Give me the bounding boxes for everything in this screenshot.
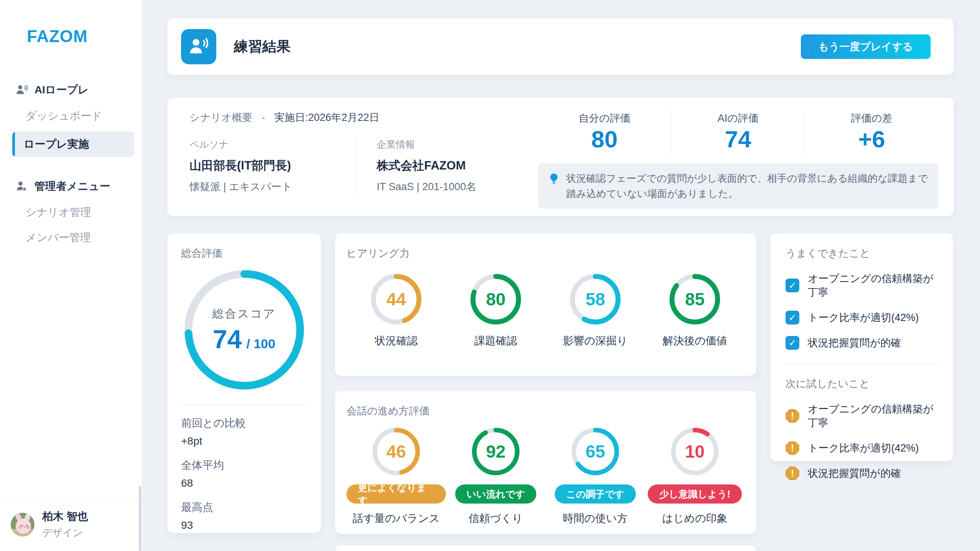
stat-label: 全体平均 (181, 458, 307, 473)
feedback-text: 状況把握質問が的確 (808, 336, 901, 350)
card-title: ヒアリング力 (346, 246, 745, 260)
overall-score-value: 74 (213, 324, 242, 354)
feedback-good-item: ✓ トーク比率が適切(42%) (786, 311, 938, 324)
sidebar-item-scenario-management[interactable]: シナリオ管理 (0, 200, 142, 225)
feedback-good-title: うまくできたこと (786, 246, 938, 260)
status-badge: 少し意識しよう! (648, 484, 742, 504)
feedback-text: オープニングの信頼構築が丁寧 (808, 402, 938, 430)
conversation-metric: 92 いい流れです 信頼づくり (446, 428, 546, 526)
middle-column: ヒアリング力 44 状況確認 80 課題確認 (335, 233, 756, 551)
company-name: 株式会社FAZOM (377, 158, 476, 174)
company-meta: IT SaaS | 201-1000名 (377, 180, 476, 194)
sidebar-items: シナリオ管理 メンバー管理 (0, 200, 142, 250)
donut-label: 信頼づくり (469, 511, 523, 526)
conversation-metric: 10 少し意識しよう! はじめの印象 (645, 428, 745, 526)
scenario-summary-card: シナリオ概要 - 実施日:2026年2月22日 ペルソナ 山田部長(IT部門長)… (167, 98, 954, 216)
conversation-donut-row: 46 更によくなります 話す量のバランス 92 いい流れです 信頼づくり (346, 428, 745, 526)
donut-value: 80 (470, 274, 521, 324)
donut-label: 影響の深掘り (563, 334, 627, 348)
status-badge: この調子です (555, 484, 636, 504)
overall-stats: 前回との比較 +8pt 全体平均 68 最高点 93 (181, 416, 307, 531)
donut-value: 92 (472, 428, 519, 475)
score-label: 自分の評価 (538, 111, 671, 125)
sidebar-nav: AIロープレ ダッシュボード ロープレ実施 管理者メニュー シナリオ管理 メンバ… (0, 83, 142, 250)
next-card-partial (335, 545, 756, 551)
stat-value: 68 (181, 477, 307, 489)
user-role: デザイン (42, 526, 88, 540)
checkbox-check-icon: ✓ (786, 279, 799, 292)
conversation-metric: 65 この調子です 時間の使い方 (546, 428, 645, 526)
donut-chart: 44 (371, 274, 421, 324)
sidebar-item-member-management[interactable]: メンバー管理 (0, 225, 142, 250)
hearing-metric: 58 影響の深掘り (546, 274, 645, 348)
results-header-card: 練習結果 もう一度プレイする (167, 18, 954, 75)
hearing-donut-row: 44 状況確認 80 課題確認 58 (346, 274, 745, 348)
person-star-icon (15, 180, 28, 193)
main-content: 練習結果 もう一度プレイする シナリオ概要 - 実施日:2026年2月22日 ペ… (142, 0, 980, 551)
feedback-column: うまくできたこと ✓ オープニングの信頼構築が丁寧 ✓ トーク比率が適切(42%… (770, 233, 953, 551)
donut-label: はじめの印象 (662, 511, 728, 526)
sidebar-scrollbar[interactable] (139, 486, 141, 551)
overall-column: 総合評価 総合スコア 74 / 100 (167, 233, 321, 551)
conversation-eval-card: 会話の進め方評価 46 更によくなります 話す量のバランス 92 (335, 391, 756, 534)
divider (786, 364, 938, 364)
hearing-metric: 44 状況確認 (346, 274, 446, 348)
checkbox-check-icon: ✓ (786, 336, 799, 350)
overall-score-max: / 100 (247, 336, 276, 351)
app-window: FAZOM AIロープレ ダッシュボード ロープレ実施 (0, 0, 980, 551)
scenario-info: シナリオ概要 - 実施日:2026年2月22日 ペルソナ 山田部長(IT部門長)… (189, 111, 534, 216)
scenario-title-row: シナリオ概要 - 実施日:2026年2月22日 (189, 111, 534, 124)
conversation-metric: 46 更によくなります 話す量のバランス (346, 428, 446, 526)
ai-note-text: 状況確認フェーズでの質問が少し表面的で、相手の背景にある組織的な課題まで踏み込め… (566, 171, 928, 201)
donut-value: 85 (670, 274, 720, 324)
donut-label: 課題確認 (474, 334, 517, 348)
sidebar-section-label: 管理者メニュー (34, 179, 110, 194)
replay-button[interactable]: もう一度プレイする (801, 34, 931, 59)
company-label: 企業情報 (377, 138, 476, 151)
sidebar-item-roleplay-run[interactable]: ロープレ実施 (12, 132, 134, 157)
donut-chart: 92 (472, 428, 519, 475)
donut-label: 状況確認 (375, 334, 418, 348)
scenario-date: 実施日:2026年2月22日 (274, 111, 380, 124)
user-name: 柏木 智也 (42, 509, 88, 524)
avatar (11, 513, 34, 536)
sidebar-section-admin: 管理者メニュー シナリオ管理 メンバー管理 (0, 179, 142, 250)
feedback-next-item: ! トーク比率が適切(42%) (786, 441, 938, 455)
hearing-skills-card: ヒアリング力 44 状況確認 80 課題確認 (335, 233, 756, 376)
feedback-good-item: ✓ オープニングの信頼構築が丁寧 (786, 272, 938, 299)
overall-center: 総合スコア 74 / 100 (185, 270, 304, 390)
sidebar-items: ダッシュボード ロープレ実施 (0, 103, 142, 157)
feedback-text: トーク比率が適切(42%) (808, 311, 919, 324)
card-title: 会話の進め方評価 (346, 404, 745, 418)
score-label: 評価の差 (805, 111, 938, 125)
feedback-next-item: ! オープニングの信頼構築が丁寧 (786, 402, 938, 430)
scores-row: 自分の評価 80 AIの評価 74 評価の差 +6 (538, 111, 938, 155)
alert-octagon-icon: ! (786, 466, 799, 480)
donut-chart: 46 (372, 428, 420, 475)
donut-value: 10 (671, 428, 719, 475)
stat-value: +8pt (181, 435, 307, 447)
sidebar-section-header: AIロープレ (0, 83, 142, 97)
feedback-next-title: 次に試したいこと (786, 377, 938, 391)
score-value: 74 (671, 127, 805, 152)
persona-meta: 懐疑派 | エキスパート (189, 180, 355, 194)
feedback-good-item: ✓ 状況把握質問が的確 (786, 336, 938, 350)
persona-block: ペルソナ 山田部長(IT部門長) 懐疑派 | エキスパート (189, 138, 355, 194)
feedback-text: トーク比率が適切(42%) (808, 441, 919, 455)
checkbox-check-icon: ✓ (786, 311, 799, 324)
brand-logo: FAZOM (27, 27, 142, 46)
overall-donut-chart: 総合スコア 74 / 100 (185, 270, 304, 390)
donut-chart: 65 (572, 428, 619, 475)
alert-octagon-icon: ! (786, 441, 799, 455)
company-block: 企業情報 株式会社FAZOM IT SaaS | 201-1000名 (355, 138, 476, 194)
lightbulb-icon (548, 173, 560, 185)
score-value: +6 (805, 127, 938, 152)
donut-label: 話す量のバランス (353, 511, 440, 526)
score-value: 80 (538, 127, 671, 152)
donut-value: 65 (572, 428, 619, 475)
user-profile[interactable]: 柏木 智也 デザイン (0, 499, 142, 551)
sidebar-item-dashboard[interactable]: ダッシュボード (0, 103, 142, 129)
stat-label: 前回との比較 (181, 416, 307, 430)
score-ai: AIの評価 74 (671, 111, 805, 155)
stat-value: 93 (181, 519, 307, 531)
